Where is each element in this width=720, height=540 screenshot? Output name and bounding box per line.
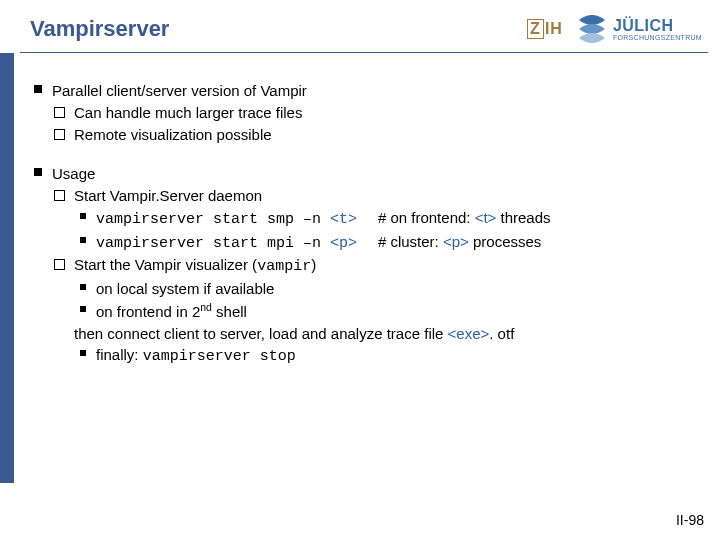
side-accent-bar [0, 53, 14, 483]
cmd-smp-line: vampirserver start smp –n <t> # on front… [74, 207, 708, 231]
bullet-can-handle: Can handle much larger trace files [52, 102, 708, 124]
bullet-usage-text: Usage [52, 165, 95, 182]
bullet-parallel-text: Parallel client/server version of Vampir [52, 82, 307, 99]
then-post: . otf [489, 325, 514, 342]
start-vis-pre: Start the Vampir visualizer ( [74, 256, 257, 273]
bullet-on-frontend-post: shell [212, 303, 247, 320]
bullet-on-frontend: on frontend in 2nd shell [74, 300, 708, 323]
finally-pre: finally: [96, 346, 143, 363]
cmd-smp: vampirserver start smp –n [96, 211, 330, 228]
bullet-finally: finally: vampirserver stop [74, 344, 708, 368]
bullet-start-visualizer: Start the Vampir visualizer (vampir) on … [52, 254, 708, 322]
julich-name: JÜLICH [613, 18, 702, 34]
finally-cmd: vampirserver stop [143, 348, 296, 365]
cmd-mpi-comment-arg: <p> [443, 233, 469, 250]
logo-group: ZZIHIH JÜLICH FORSCHUNGSZENTRUM [527, 14, 708, 44]
cmd-mpi: vampirserver start mpi –n [96, 235, 330, 252]
cmd-smp-comment-arg: <t> [475, 209, 497, 226]
cmd-smp-comment-pre: # on frontend: [378, 209, 475, 226]
bullet-on-frontend-pre: on frontend in 2 [96, 303, 200, 320]
then-connect-line: then connect client to server, load and … [52, 323, 708, 369]
zih-logo: ZZIHIH [527, 19, 563, 39]
cmd-mpi-arg: <p> [330, 235, 357, 252]
cmd-mpi-comment-post: processes [469, 233, 542, 250]
then-arg: <exe> [448, 325, 490, 342]
bullet-remote-vis: Remote visualization possible [52, 124, 708, 146]
bullet-on-local-text: on local system if available [96, 280, 274, 297]
slide-title: Vampirserver [20, 16, 169, 42]
cmd-mpi-line: vampirserver start mpi –n <p> # cluster:… [74, 231, 708, 255]
slide-header: Vampirserver ZZIHIH JÜLICH FORSCHUNGSZEN… [20, 0, 708, 53]
bullet-remote-vis-text: Remote visualization possible [74, 126, 272, 143]
bullet-on-frontend-ord: nd [200, 301, 212, 313]
bullet-can-handle-text: Can handle much larger trace files [74, 104, 302, 121]
bullet-on-local: on local system if available [74, 278, 708, 300]
bullet-usage: Usage Start Vampir.Server daemon vampirs… [30, 163, 708, 368]
bullet-start-daemon: Start Vampir.Server daemon vampirserver … [52, 185, 708, 254]
start-vis-cmd: vampir [257, 258, 311, 275]
bullet-parallel: Parallel client/server version of Vampir… [30, 80, 708, 145]
julich-logo: JÜLICH FORSCHUNGSZENTRUM [577, 14, 702, 44]
then-pre: then connect client to server, load and … [74, 325, 448, 342]
cmd-mpi-comment-pre: # cluster: [378, 233, 443, 250]
julich-icon [577, 14, 607, 44]
page-number: II-98 [676, 512, 704, 528]
slide-body: Parallel client/server version of Vampir… [30, 80, 708, 386]
cmd-smp-arg: <t> [330, 211, 357, 228]
bullet-start-daemon-text: Start Vampir.Server daemon [74, 187, 262, 204]
julich-subtitle: FORSCHUNGSZENTRUM [613, 34, 702, 41]
cmd-smp-comment-post: threads [496, 209, 550, 226]
start-vis-post: ) [311, 256, 316, 273]
